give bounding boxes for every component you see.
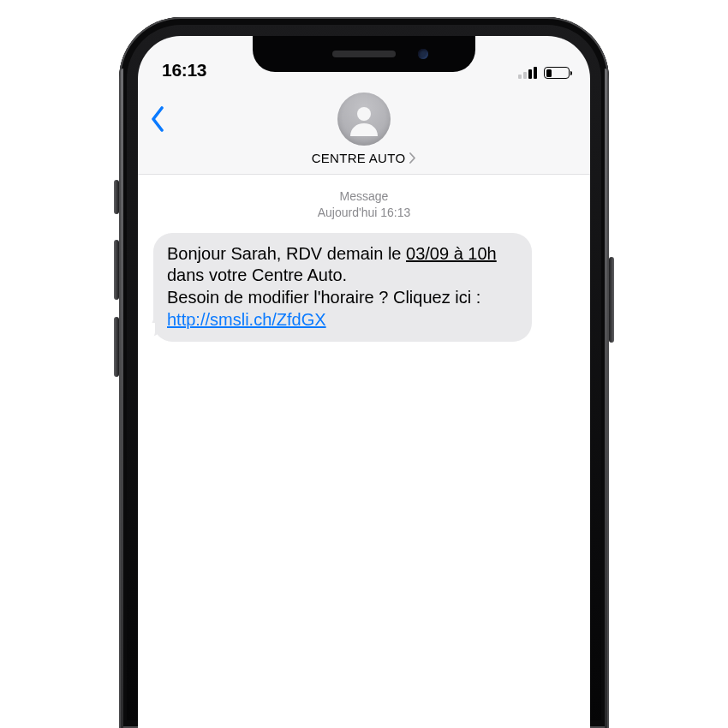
back-button[interactable] (150, 106, 165, 132)
thread-label: Message (340, 189, 389, 203)
detected-date-link[interactable]: 03/09 à 10h (406, 244, 497, 263)
chat-header: CENTRE AUTO (138, 84, 590, 175)
message-link[interactable]: http://smsli.ch/ZfdGX (167, 310, 326, 329)
contact-name-button[interactable]: CENTRE AUTO (312, 151, 417, 165)
phone-frame: 16:13 (119, 17, 609, 728)
speaker-grille (332, 51, 396, 57)
screen: 16:13 (138, 36, 590, 728)
msg-part1: Bonjour Sarah, RDV demain le (167, 244, 406, 263)
thread-timestamp: Message Aujourd'hui 16:13 (153, 188, 575, 221)
chevron-right-icon (409, 152, 416, 164)
front-camera (418, 49, 428, 59)
message-thread[interactable]: Message Aujourd'hui 16:13 Bonjour Sarah,… (138, 175, 590, 728)
cellular-signal-icon (518, 67, 537, 79)
thread-time: Aujourd'hui 16:13 (318, 206, 411, 219)
chevron-left-icon (150, 106, 165, 132)
power-button (609, 257, 614, 343)
incoming-message-bubble[interactable]: Bonjour Sarah, RDV demain le 03/09 à 10h… (153, 233, 532, 342)
msg-part2: dans votre Centre Auto. (167, 266, 347, 284)
svg-point-0 (357, 107, 371, 121)
status-indicators (518, 67, 570, 81)
battery-icon (544, 67, 570, 79)
contact-avatar[interactable] (337, 92, 391, 146)
notch (253, 36, 475, 72)
person-icon (347, 102, 381, 136)
msg-part3: Besoin de modifier l'horaire ? Cliquez i… (167, 288, 480, 307)
contact-name-label: CENTRE AUTO (312, 151, 406, 165)
phone-mockup: 16:13 (119, 17, 609, 728)
status-time: 16:13 (162, 60, 206, 81)
